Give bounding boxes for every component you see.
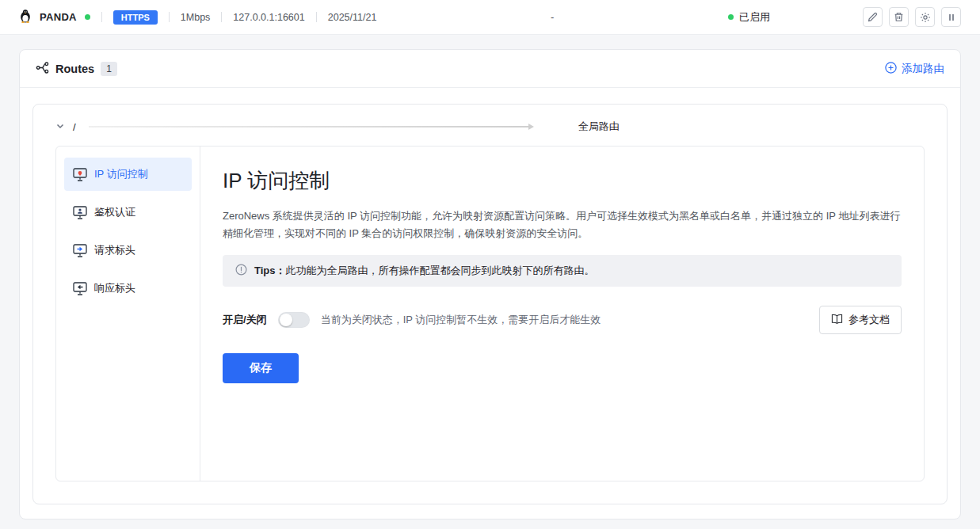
- brand-status-dot: [85, 14, 90, 20]
- ip-access-content: IP 访问控制 ZeroNews 系统提供灵活的 IP 访问控制功能，允许为映射…: [200, 147, 924, 481]
- save-button[interactable]: 保存: [223, 353, 299, 383]
- toggle-label: 开启/关闭: [223, 313, 267, 327]
- tips-banner: Tips：此功能为全局路由，所有操作配置都会同步到此映射下的所有路由。: [223, 255, 902, 287]
- ip-access-icon: [73, 168, 87, 181]
- routes-icon: [36, 61, 49, 77]
- add-route-button[interactable]: 添加路由: [885, 62, 944, 76]
- toggle-hint: 当前为关闭状态，IP 访问控制暂不生效，需要开启后才能生效: [321, 313, 601, 327]
- route-name: 全局路由: [578, 120, 620, 134]
- brand-name: PANDA: [40, 11, 77, 23]
- reference-doc-button[interactable]: 参考文档: [819, 306, 902, 334]
- route-head: / 全局路由: [55, 108, 925, 146]
- enable-toggle[interactable]: [278, 312, 310, 328]
- panel-title: IP 访问控制: [223, 167, 902, 195]
- sidebar-item-response-headers[interactable]: 响应标头: [64, 272, 192, 305]
- edit-button[interactable]: [863, 7, 883, 27]
- routes-title: Routes: [55, 63, 94, 75]
- sidebar-item-label: 鉴权认证: [94, 205, 135, 219]
- routes-count-badge: 1: [101, 62, 117, 76]
- date-value: 2025/11/21: [328, 12, 377, 23]
- sidebar-item-auth[interactable]: 鉴权认证: [64, 196, 192, 229]
- route-side-menu: IP 访问控制 鉴权认证: [56, 147, 200, 481]
- delete-button[interactable]: [889, 7, 909, 27]
- route-arrow: [89, 126, 532, 127]
- toggle-knob: [280, 314, 292, 326]
- sidebar-item-label: 响应标头: [94, 281, 135, 295]
- request-headers-icon: [73, 244, 87, 257]
- auth-icon: [73, 206, 87, 219]
- center-placeholder: -: [376, 11, 728, 23]
- bandwidth-value: 1Mbps: [181, 12, 211, 23]
- enabled-status-dot: [728, 14, 734, 20]
- settings-gear-button[interactable]: [915, 7, 935, 27]
- status-and-actions: 已启用: [728, 7, 961, 27]
- plus-circle-icon: [885, 62, 897, 76]
- response-headers-icon: [73, 282, 87, 295]
- tips-text: Tips：此功能为全局路由，所有操作配置都会同步到此映射下的所有路由。: [254, 264, 595, 278]
- divider: [101, 12, 102, 22]
- divider: [221, 12, 222, 22]
- route-detail-panel: IP 访问控制 鉴权认证: [55, 146, 925, 481]
- sidebar-item-label: IP 访问控制: [94, 167, 148, 181]
- linux-penguin-icon: [19, 9, 32, 25]
- sidebar-item-ip-access-control[interactable]: IP 访问控制: [64, 158, 192, 191]
- add-route-label: 添加路由: [902, 62, 944, 76]
- listen-address: 127.0.0.1:16601: [233, 12, 304, 23]
- sidebar-item-request-headers[interactable]: 请求标头: [64, 234, 192, 267]
- routes-body: / 全局路由 IP 访问: [20, 88, 960, 523]
- divider: [316, 12, 317, 22]
- enabled-status-label: 已启用: [739, 10, 770, 25]
- book-icon: [831, 314, 843, 327]
- route-path: /: [73, 121, 76, 133]
- protocol-badge: HTTPS: [113, 10, 158, 25]
- reference-doc-label: 参考文档: [848, 313, 890, 327]
- routes-header: Routes 1 添加路由: [20, 50, 960, 88]
- panel-description: ZeroNews 系统提供灵活的 IP 访问控制功能，允许为映射资源配置访问策略…: [223, 207, 902, 242]
- routes-panel: Routes 1 添加路由 /: [19, 49, 961, 519]
- info-icon: [235, 264, 247, 278]
- tunnel-action-buttons: [863, 7, 961, 27]
- sidebar-item-label: 请求标头: [94, 243, 135, 257]
- connection-info: PANDA HTTPS 1Mbps 127.0.0.1:16601 2025/1…: [19, 9, 376, 25]
- pause-button[interactable]: [941, 7, 961, 27]
- enable-toggle-row: 开启/关闭 当前为关闭状态，IP 访问控制暂不生效，需要开启后才能生效: [223, 306, 902, 334]
- chevron-down-icon[interactable]: [55, 121, 65, 133]
- top-bar: PANDA HTTPS 1Mbps 127.0.0.1:16601 2025/1…: [0, 0, 980, 35]
- divider: [169, 12, 170, 22]
- route-card: / 全局路由 IP 访问: [32, 104, 948, 504]
